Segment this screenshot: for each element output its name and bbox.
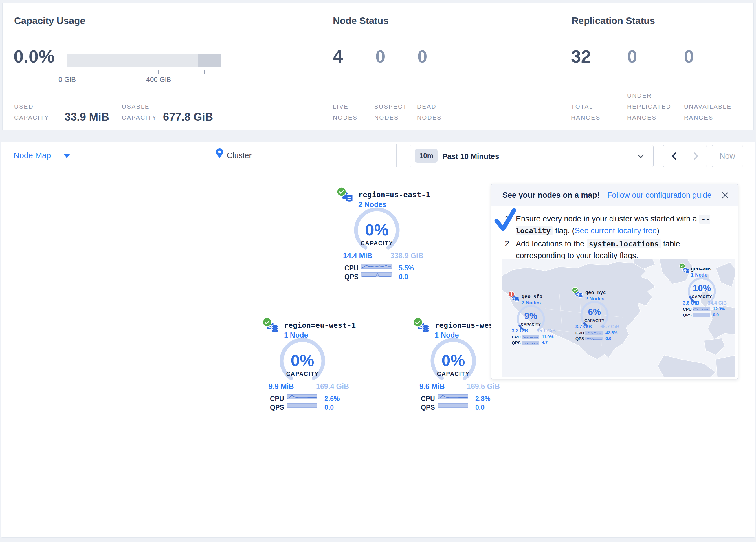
total-value: 35.1 GiB [537, 328, 556, 334]
dead-nodes-label: DEAD NODES [417, 101, 442, 123]
healthy-check-icon [679, 263, 685, 270]
cpu-label: CPU [270, 395, 284, 403]
suspect-nodes-label: SUSPECT NODES [374, 101, 407, 123]
qps-sparkline [522, 341, 539, 346]
under-replicated-ranges-label: UNDER- REPLICATED RANGES [627, 90, 671, 123]
used-value: 3.2 GiB [512, 328, 528, 334]
axis-tick [67, 70, 67, 74]
total-value: 65.7 GiB [600, 324, 619, 330]
step-text: Add locations to the system.locations ta… [516, 238, 729, 262]
qps-value: 0.0 [399, 273, 408, 281]
node-group-eu-west-1[interactable]: region=eu-west-1 1 Node 0% CAPACITY 9.9 … [262, 317, 384, 413]
time-range-dropdown[interactable]: 10m Past 10 Minutes [410, 145, 654, 167]
qps-value: 4.7 [542, 340, 548, 345]
axis-tick-label: 0 GiB [44, 76, 90, 84]
cluster-summary-panel: Capacity Usage 0.0% 0 GiB 400 GiB USED C… [2, 3, 754, 130]
region-label: geo=ams [691, 266, 712, 272]
system-locations-code: system.locations [587, 239, 661, 248]
capacity-usage-bar [67, 54, 221, 67]
healthy-check-icon [337, 187, 346, 198]
healthy-check-icon [413, 317, 423, 328]
total-value: 169.5 GiB [467, 382, 500, 391]
usable-capacity-label: USABLE CAPACITY [122, 101, 157, 123]
capacity-reserved-segment [198, 54, 221, 67]
axis-tick [158, 70, 159, 74]
qps-sparkline [361, 273, 392, 279]
qps-sparkline [438, 403, 468, 409]
capacity-label: CAPACITY [686, 295, 718, 299]
capacity-percent: 10% [686, 283, 718, 294]
map-node-group-ams[interactable]: geo=ams 1 Node 10% CAPACITY 3.6 GiB 34.4… [679, 263, 726, 318]
under-replicated-ranges-value: 0 [627, 46, 637, 67]
used-value: 3.7 GiB [575, 324, 592, 330]
step-done-check-icon [493, 207, 517, 234]
setup-step-2: 2. Add locations to the system.locations… [505, 238, 729, 262]
cpu-value: 12.3% [713, 307, 725, 311]
capacity-percent: 0% [352, 220, 401, 239]
qps-label: QPS [270, 404, 284, 412]
cpu-sparkline [585, 331, 603, 336]
popup-title: See your nodes on a map! [502, 191, 600, 200]
capacity-percent: 9% [515, 311, 547, 322]
breadcrumb[interactable]: Cluster [227, 151, 252, 160]
node-status-title: Node Status [333, 15, 389, 26]
map-node-group-nyc[interactable]: geo=nyc 2 Nodes 6% CAPACITY 3.7 GiB 65.7… [572, 287, 618, 342]
region-label: region=eu-west-1 [284, 321, 356, 330]
capacity-label: CAPACITY [429, 371, 478, 377]
qps-label: QPS [344, 273, 359, 281]
cpu-value: 11.0% [542, 335, 553, 339]
view-selector-label: Node Map [14, 151, 51, 160]
total-value: 338.9 GiB [390, 251, 423, 260]
suspect-nodes-value: 0 [375, 46, 385, 67]
now-button[interactable]: Now [712, 145, 743, 167]
view-selector-dropdown[interactable]: Node Map [14, 151, 70, 160]
qps-sparkline [287, 403, 317, 409]
live-nodes-label: LIVE NODES [333, 101, 357, 123]
capacity-percent: 0% [429, 351, 478, 370]
time-next-button[interactable] [685, 145, 707, 167]
cpu-label: CPU [512, 335, 521, 339]
used-value: 14.4 MiB [343, 251, 372, 260]
warning-icon [508, 291, 515, 299]
step-number: 2. [505, 238, 516, 262]
time-nav-buttons [663, 145, 707, 167]
cpu-label: CPU [344, 264, 359, 272]
healthy-check-icon [262, 317, 272, 328]
qps-value: 0.0 [713, 313, 719, 317]
qps-sparkline [585, 337, 603, 342]
region-label: geo=sfo [522, 294, 542, 300]
capacity-percent: 6% [579, 307, 610, 317]
used-value: 9.9 MiB [269, 382, 294, 391]
capacity-usage-percent: 0.0% [14, 46, 54, 67]
setup-step-1: 1. Ensure every node in your cluster was… [505, 213, 729, 237]
total-ranges-value: 32 [571, 46, 591, 67]
healthy-check-icon [572, 287, 578, 295]
time-prev-button[interactable] [663, 145, 685, 167]
node-map-page: Capacity Usage 0.0% 0 GiB 400 GiB USED C… [0, 0, 756, 542]
used-value: 9.6 MiB [419, 382, 445, 391]
configuration-guide-link[interactable]: Follow our configuration guide [607, 191, 711, 200]
cpu-label: CPU [421, 395, 435, 403]
map-node-group-sfo[interactable]: geo=sfo 2 Nodes 9% CAPACITY 3.2 GiB 35.1… [508, 291, 555, 346]
locality-tree-link[interactable]: See current locality tree [575, 226, 657, 235]
capacity-label: CAPACITY [515, 322, 547, 327]
cpu-value: 42.5% [605, 330, 617, 335]
example-node-map-image: geo=sfo 2 Nodes 9% CAPACITY 3.2 GiB 35.1… [502, 259, 735, 377]
cpu-value: 5.5% [399, 264, 414, 272]
close-icon[interactable] [721, 191, 729, 199]
cpu-value: 2.8% [475, 395, 490, 403]
chevron-down-icon [64, 154, 70, 158]
total-ranges-label: TOTAL RANGES [571, 101, 601, 123]
node-group-us-east-1[interactable]: region=us-east-1 2 Nodes 0% CAPACITY 14.… [337, 187, 458, 282]
cpu-sparkline [287, 394, 317, 401]
axis-tick-label: 400 GiB [135, 76, 182, 84]
qps-label: QPS [512, 341, 521, 345]
cpu-sparkline [361, 264, 392, 270]
dead-nodes-value: 0 [417, 46, 427, 67]
axis-tick [113, 70, 113, 74]
capacity-percent: 0% [278, 351, 327, 370]
region-label: geo=nyc [585, 290, 606, 295]
capacity-label: CAPACITY [579, 318, 610, 323]
live-nodes-value: 4 [333, 46, 343, 67]
cpu-sparkline [693, 307, 710, 312]
